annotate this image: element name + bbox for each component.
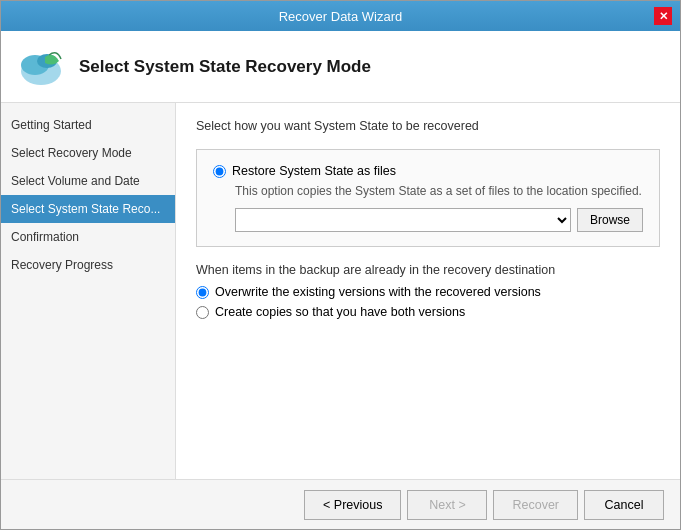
overwrite-option[interactable]: Overwrite the existing versions with the…	[196, 285, 660, 299]
sidebar-item-confirmation[interactable]: Confirmation	[1, 223, 175, 251]
recover-button[interactable]: Recover	[493, 490, 578, 520]
close-button[interactable]: ✕	[654, 7, 672, 25]
create-copies-radio[interactable]	[196, 306, 209, 319]
header-area: Select System State Recovery Mode	[1, 31, 680, 103]
conflict-title: When items in the backup are already in …	[196, 263, 660, 277]
restore-as-files-label: Restore System State as files	[232, 164, 396, 178]
restore-sub-description: This option copies the System State as a…	[235, 184, 643, 198]
wizard-icon	[17, 43, 65, 91]
conflict-section: When items in the backup are already in …	[196, 263, 660, 319]
sidebar-item-getting-started[interactable]: Getting Started	[1, 111, 175, 139]
browse-button[interactable]: Browse	[577, 208, 643, 232]
cancel-button[interactable]: Cancel	[584, 490, 664, 520]
next-button[interactable]: Next >	[407, 490, 487, 520]
window: Recover Data Wizard ✕ Select System Stat…	[0, 0, 681, 530]
main-description: Select how you want System State to be r…	[196, 119, 660, 133]
overwrite-radio[interactable]	[196, 286, 209, 299]
restore-options-box: Restore System State as files This optio…	[196, 149, 660, 247]
previous-button[interactable]: < Previous	[304, 490, 401, 520]
sidebar-item-select-system-state[interactable]: Select System State Reco...	[1, 195, 175, 223]
main-panel: Select how you want System State to be r…	[176, 103, 680, 479]
restore-as-files-radio[interactable]	[213, 165, 226, 178]
restore-as-files-option[interactable]: Restore System State as files	[213, 164, 643, 178]
path-row: Browse	[235, 208, 643, 232]
overwrite-label: Overwrite the existing versions with the…	[215, 285, 541, 299]
content-area: Getting Started Select Recovery Mode Sel…	[1, 103, 680, 479]
sidebar-item-select-volume-date[interactable]: Select Volume and Date	[1, 167, 175, 195]
title-bar: Recover Data Wizard ✕	[1, 1, 680, 31]
footer: < Previous Next > Recover Cancel	[1, 479, 680, 529]
path-select[interactable]	[235, 208, 571, 232]
sidebar: Getting Started Select Recovery Mode Sel…	[1, 103, 176, 479]
create-copies-label: Create copies so that you have both vers…	[215, 305, 465, 319]
create-copies-option[interactable]: Create copies so that you have both vers…	[196, 305, 660, 319]
sidebar-item-select-recovery-mode[interactable]: Select Recovery Mode	[1, 139, 175, 167]
sidebar-item-recovery-progress[interactable]: Recovery Progress	[1, 251, 175, 279]
window-title: Recover Data Wizard	[27, 9, 654, 24]
page-title: Select System State Recovery Mode	[79, 57, 371, 77]
